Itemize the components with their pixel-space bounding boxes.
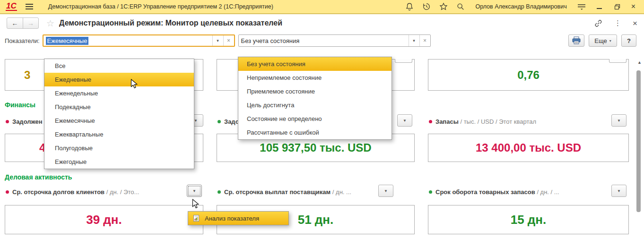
indicator-panel: 13 400,00 тыс. USD (428, 134, 629, 162)
scrollbar-thumb[interactable] (636, 70, 641, 212)
status-bullet (218, 190, 221, 194)
print-button[interactable] (568, 34, 584, 47)
filter-label: Показатели: (5, 37, 40, 44)
status-bullet (218, 120, 221, 123)
main-menu-icon[interactable] (26, 4, 33, 9)
mouse-cursor (192, 199, 200, 211)
indicator-panel: 15 дн. (428, 205, 629, 234)
minimize-button[interactable] (597, 4, 602, 9)
mouse-cursor (131, 79, 139, 91)
status-bullet (6, 190, 9, 194)
indicator-panel: 39 дн. (5, 205, 203, 234)
indicator-menu-button[interactable]: ▼ (611, 185, 627, 197)
form-caption-bar: ← → ☆ Демонстрационный режим: Монитор це… (0, 14, 644, 32)
business-labels-row: Ср. отсрочка долгов клиентов / дн. / Это… (5, 185, 644, 198)
history-icon[interactable] (420, 1, 433, 12)
close-window-button[interactable]: × (631, 3, 635, 10)
indicator-menu-button[interactable]: ▼ (397, 114, 412, 127)
dropdown-item[interactable]: Подекадные (44, 100, 194, 114)
monitor-content: 3 0,76 Финансы Задолжен ▼ Задол ▼ (0, 59, 644, 239)
indicator-menu-button[interactable]: ▼ (611, 114, 627, 127)
nav-button-group: ← → (7, 17, 39, 29)
indicator-value-fragment: 3 (24, 68, 30, 82)
dropdown-item[interactable]: Ежеквартальные (44, 128, 194, 141)
status-bullet (6, 120, 9, 123)
indicator-label: Ср. отсрочка выплат поставщикам / дн. ..… (217, 185, 415, 198)
dropdown-item[interactable]: Все (44, 59, 194, 73)
dropdown-item[interactable]: Ежегодные (44, 155, 194, 169)
dropdown-item[interactable]: Приемлемое состояние (238, 85, 392, 98)
get-link-icon[interactable] (594, 19, 603, 28)
status-bullet (429, 120, 432, 123)
dropdown-item[interactable]: Еженедельные (44, 86, 194, 100)
scrollbar-up-arrow[interactable]: ▲ (637, 60, 642, 65)
help-button[interactable]: ? (621, 34, 636, 47)
dropdown-item-highlighted[interactable]: Ежедневные (44, 73, 194, 86)
state-dropdown-arrow-icon[interactable]: ▾ (409, 35, 419, 46)
indicator-value: 105 937,50 тыс. USD (260, 141, 371, 154)
context-menu-item-analyze[interactable]: Анализ показателя (188, 212, 288, 225)
1c-logo: 1С (6, 2, 17, 11)
app-window: 1С Демонстрационная база / 1С:ERP Управл… (0, 0, 644, 239)
indicator-context-menu: Анализ показателя (188, 211, 289, 225)
forward-button[interactable]: → (23, 18, 38, 28)
state-combobox[interactable]: Без учета состояния ▾ × (238, 34, 431, 47)
state-clear-icon[interactable]: × (419, 35, 430, 46)
period-combobox[interactable]: Ежемесячные ▾ × (43, 34, 235, 47)
business-values-row: 39 дн. 51 дн. 15 дн. (5, 205, 644, 234)
indicator-panel: 0,76 (428, 59, 629, 91)
dropdown-item-highlighted[interactable]: Без учета состояния (238, 57, 392, 71)
dropdown-item[interactable]: Ежемесячные (44, 114, 194, 128)
more-button[interactable]: Еще▾ (589, 34, 617, 47)
favorites-star-icon[interactable] (437, 1, 450, 12)
indicator-value: 39 дн. (86, 213, 122, 227)
user-name[interactable]: Орлов Александр Владимирович (475, 3, 566, 10)
indicator-value: 0,76 (517, 68, 540, 82)
page-title: Демонстрационный режим: Монитор целевых … (59, 19, 282, 27)
period-clear-icon[interactable]: × (223, 35, 234, 46)
period-combobox-value[interactable]: Ежемесячные (44, 35, 212, 46)
search-icon[interactable] (454, 1, 467, 12)
indicator-menu-button-focused[interactable]: ▼ (187, 185, 202, 197)
indicator-menu-button-clipped[interactable] (395, 59, 412, 63)
back-button[interactable]: ← (7, 18, 23, 28)
more-actions-kebab-icon[interactable]: ⋮ (614, 19, 621, 27)
indicator-menu-button-clipped[interactable] (609, 59, 627, 63)
favorite-star-icon[interactable]: ☆ (46, 18, 54, 29)
dropdown-item[interactable]: Рассчитанные с ошибкой (238, 126, 392, 139)
period-dropdown-arrow-icon[interactable]: ▾ (212, 35, 223, 46)
printer-icon (572, 36, 581, 45)
notifications-bell-icon[interactable] (403, 1, 416, 12)
dropdown-item[interactable]: Состояние не определено (238, 112, 392, 126)
close-form-button[interactable]: × (633, 19, 637, 27)
period-dropdown-list: Все Ежедневные Еженедельные Подекадные Е… (44, 59, 194, 169)
section-header-business: Деловая активность (5, 173, 644, 181)
state-dropdown-list: Без учета состояния Неприемлемое состоян… (238, 57, 392, 140)
indicator-value: 51 дн. (298, 213, 334, 227)
indicator-label: Ср. отсрочка долгов клиентов / дн. / Это… (5, 185, 203, 198)
dropdown-item[interactable]: Полугодовые (44, 141, 194, 155)
service-menu-icon[interactable] (575, 1, 588, 12)
dropdown-item[interactable]: Неприемлемое состояние (238, 71, 392, 85)
window-titlebar: 1С Демонстрационная база / 1С:ERP Управл… (0, 0, 644, 14)
state-combobox-value[interactable]: Без учета состояния (239, 35, 409, 46)
indicator-label: Срок оборота товарных запасов / дн. / ..… (428, 185, 629, 198)
indicator-label: Запасы / тыс. / USD / Этот квартал ▼ (428, 115, 629, 128)
indicator-menu-button[interactable]: ▼ (378, 185, 393, 197)
indicator-value: 13 400,00 тыс. USD (476, 141, 581, 154)
analysis-report-icon (192, 214, 200, 222)
indicator-value: 15 дн. (511, 213, 547, 227)
dropdown-item[interactable]: Цель достигнута (238, 98, 392, 112)
chevron-down-icon: ▾ (609, 39, 611, 43)
status-bullet (429, 190, 432, 194)
restore-button[interactable] (611, 1, 624, 12)
filter-toolbar: Показатели: Ежемесячные ▾ × Без учета со… (0, 32, 644, 49)
window-title: Демонстрационная база / 1С:ERP Управлени… (48, 3, 273, 10)
